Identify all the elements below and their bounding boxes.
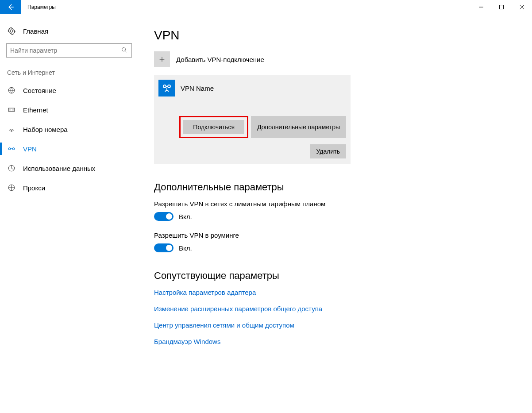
toggle-label: Разрешить VPN в роуминге	[154, 232, 514, 239]
arrow-left-icon	[7, 3, 15, 11]
window-controls	[471, 0, 532, 14]
related-links: Настройка параметров адаптера Изменение …	[154, 289, 514, 345]
vpn-icon	[7, 144, 16, 153]
toggle-switch-metered[interactable]	[154, 212, 173, 221]
sidebar-item-label: Ethernet	[23, 106, 48, 114]
connect-highlight: Подключиться	[179, 116, 248, 138]
delete-button[interactable]: Удалить	[310, 144, 346, 158]
svg-rect-0	[500, 5, 504, 9]
sidebar-item-label: Использование данных	[23, 165, 95, 172]
svg-point-10	[168, 85, 170, 88]
sidebar-item-label: Состояние	[23, 87, 56, 94]
svg-point-4	[11, 130, 12, 131]
toggle-state: Вкл.	[179, 213, 192, 220]
svg-point-6	[12, 148, 15, 150]
vpn-connection-card[interactable]: VPN Name Подключиться Дополнительные пар…	[154, 75, 351, 164]
titlebar: Параметры	[0, 0, 532, 14]
maximize-icon	[499, 5, 504, 9]
ethernet-icon	[7, 105, 16, 114]
sidebar-item-vpn[interactable]: VPN	[0, 139, 138, 158]
sidebar-home[interactable]: Главная	[0, 22, 138, 40]
sidebar-section-label: Сеть и Интернет	[0, 65, 138, 81]
connect-button[interactable]: Подключиться	[183, 120, 244, 134]
proxy-icon	[7, 183, 16, 192]
close-icon	[520, 5, 524, 9]
search-icon	[121, 46, 128, 55]
svg-rect-3	[8, 108, 15, 112]
sidebar-item-dialup[interactable]: Набор номера	[0, 120, 138, 139]
vpn-connection-icon	[158, 80, 175, 96]
maximize-button[interactable]	[491, 0, 512, 14]
page-heading: VPN	[154, 28, 514, 42]
sidebar-item-label: Прокси	[23, 184, 45, 192]
sidebar-item-label: VPN	[23, 145, 37, 153]
minimize-button[interactable]	[471, 0, 491, 14]
sidebar-home-label: Главная	[23, 27, 48, 35]
link-advanced-sharing[interactable]: Изменение расширенных параметров общего …	[154, 305, 514, 313]
globe-icon	[7, 86, 16, 95]
close-button[interactable]	[512, 0, 532, 14]
sidebar: Главная Сеть и Интернет Состояние Ethern…	[0, 14, 138, 413]
search-input[interactable]	[6, 43, 132, 58]
toggle-metered: Разрешить VPN в сетях с лимитным тарифны…	[154, 200, 514, 221]
dialup-icon	[7, 125, 16, 134]
toggle-roaming: Разрешить VPN в роуминге Вкл.	[154, 232, 514, 252]
sidebar-item-data-usage[interactable]: Использование данных	[0, 158, 138, 178]
toggle-state: Вкл.	[179, 244, 192, 252]
sidebar-item-label: Набор номера	[23, 126, 68, 133]
plus-icon	[154, 51, 170, 67]
svg-point-5	[8, 148, 11, 150]
link-adapter-settings[interactable]: Настройка параметров адаптера	[154, 289, 514, 296]
svg-point-1	[122, 47, 126, 51]
svg-point-9	[163, 85, 166, 88]
toggle-switch-roaming[interactable]	[154, 243, 173, 252]
data-usage-icon	[7, 164, 16, 173]
sidebar-item-status[interactable]: Состояние	[0, 81, 138, 100]
minimize-icon	[479, 5, 483, 9]
sidebar-item-proxy[interactable]: Прокси	[0, 178, 138, 197]
main-content: VPN Добавить VPN-подключение VPN Name По…	[138, 14, 532, 413]
sidebar-item-ethernet[interactable]: Ethernet	[0, 100, 138, 120]
add-vpn-label: Добавить VPN-подключение	[176, 56, 264, 63]
related-heading: Сопутствующие параметры	[154, 270, 514, 282]
back-button[interactable]	[0, 0, 21, 14]
window-title: Параметры	[21, 0, 471, 14]
vpn-connection-name: VPN Name	[181, 85, 214, 92]
link-firewall[interactable]: Брандмауэр Windows	[154, 338, 514, 345]
advanced-options-button[interactable]: Дополнительные параметры	[251, 116, 346, 138]
gear-icon	[7, 27, 16, 35]
search-field[interactable]	[10, 47, 121, 54]
link-network-center[interactable]: Центр управления сетями и общим доступом	[154, 321, 514, 329]
advanced-heading: Дополнительные параметры	[154, 181, 514, 193]
add-vpn-row[interactable]: Добавить VPN-подключение	[154, 50, 514, 68]
toggle-label: Разрешить VPN в сетях с лимитным тарифны…	[154, 200, 514, 208]
